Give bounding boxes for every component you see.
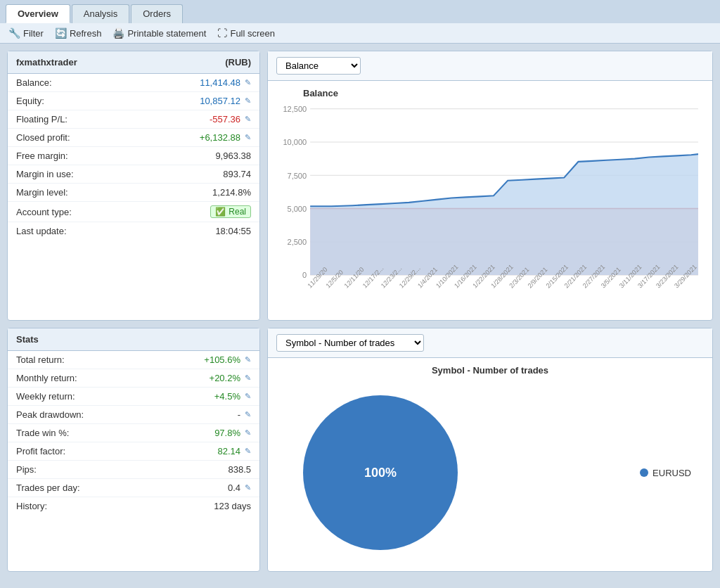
stats-panel: Stats Total return: +105.6% ✎ Monthly re… — [7, 328, 260, 572]
svg-text:5,000: 5,000 — [288, 204, 307, 212]
stats-header: Stats — [8, 328, 259, 351]
balance-chart-title: Balance — [275, 88, 705, 98]
edit-peakdrawdown-icon[interactable]: ✎ — [245, 410, 251, 419]
pie-legend: EURUSD — [640, 468, 691, 478]
account-row-equity: Equity: 10,857.12 ✎ — [8, 92, 259, 110]
account-rows: Balance: 11,414.48 ✎ Equity: 10,857.12 ✎ — [8, 74, 259, 240]
label-marginlevel: Margin level: — [16, 187, 68, 198]
value-cell-tradesperday: 0.4 ✎ — [228, 482, 251, 493]
printable-label: Printable statement — [127, 28, 206, 39]
svg-marker-14 — [310, 154, 698, 275]
tab-analysis[interactable]: Analysis — [72, 4, 129, 23]
value-cell-marginlevel: 1,214.8% — [212, 187, 251, 198]
balance-chart-select[interactable]: Balance Equity Drawdown — [276, 57, 361, 75]
filter-label: Filter — [23, 28, 44, 39]
print-icon: 🖨️ — [112, 27, 124, 39]
value-cell-freemargin: 9,963.38 — [215, 151, 251, 161]
label-accounttype: Account type: — [16, 207, 72, 217]
label-totalreturn: Total return: — [16, 354, 65, 365]
value-cell-peakdrawdown: - ✎ — [238, 409, 251, 420]
label-equity: Equity: — [16, 96, 44, 106]
value-totalreturn: +105.6% — [204, 354, 240, 365]
refresh-button[interactable]: 🔄 Refresh — [55, 27, 102, 39]
svg-text:100%: 100% — [364, 466, 397, 480]
stats-row-history: History: 123 days — [8, 497, 259, 515]
edit-equity-icon[interactable]: ✎ — [245, 96, 251, 106]
stats-rows: Total return: +105.6% ✎ Monthly return: … — [8, 351, 259, 515]
value-cell-floating: -557.36 ✎ — [210, 114, 251, 124]
account-username: fxmathxtrader — [16, 57, 77, 68]
real-badge: ✅ Real — [210, 205, 251, 218]
value-cell-weeklyreturn: +4.5% ✎ — [214, 391, 251, 402]
account-row-balance: Balance: 11,414.48 ✎ — [8, 74, 259, 92]
stats-row-monthlyreturn: Monthly return: +20.2% ✎ — [8, 369, 259, 388]
fullscreen-button[interactable]: ⛶ Full screen — [217, 27, 275, 39]
value-marginlevel: 1,214.8% — [212, 187, 251, 198]
svg-text:10,000: 10,000 — [283, 138, 307, 146]
refresh-icon: 🔄 — [55, 27, 67, 39]
balance-chart-svg: 12,500 10,000 7,500 5,000 2,500 0 — [275, 101, 705, 305]
value-pips: 838.5 — [228, 464, 251, 475]
value-cell-monthlyreturn: +20.2% ✎ — [210, 373, 251, 383]
label-tradewin: Trade win %: — [16, 428, 69, 438]
value-cell-lastupdate: 18:04:55 — [215, 226, 251, 236]
stats-row-totalreturn: Total return: +105.6% ✎ — [8, 351, 259, 369]
account-row-marginlevel: Margin level: 1,214.8% — [8, 184, 259, 202]
label-freemargin: Free margin: — [16, 151, 68, 161]
account-row-margininuse: Margin in use: 893.74 — [8, 165, 259, 184]
fullscreen-label: Full screen — [230, 28, 275, 39]
legend-label-eurusd: EURUSD — [652, 468, 691, 478]
value-cell-balance: 11,414.48 ✎ — [200, 77, 251, 88]
pie-chart-panel: Symbol - Number of trades Symbol - Volum… — [267, 328, 713, 572]
value-cell-accounttype: ✅ Real — [210, 205, 251, 218]
label-pips: Pips: — [16, 464, 37, 475]
edit-tradesperday-icon[interactable]: ✎ — [245, 483, 251, 492]
edit-balance-icon[interactable]: ✎ — [245, 78, 251, 87]
pie-area: Symbol - Number of trades 100% EURUSD — [268, 358, 712, 571]
value-cell-margininuse: 893.74 — [223, 169, 251, 179]
svg-text:0: 0 — [302, 271, 307, 279]
filter-button[interactable]: 🔧 Filter — [8, 27, 44, 39]
value-weeklyreturn: +4.5% — [214, 391, 240, 402]
account-row-accounttype: Account type: ✅ Real — [8, 202, 259, 222]
balance-chart-panel: Balance Equity Drawdown Balance 12,500 — [267, 51, 713, 321]
edit-closed-icon[interactable]: ✎ — [245, 133, 251, 142]
edit-monthlyreturn-icon[interactable]: ✎ — [245, 373, 251, 383]
label-closed: Closed profit: — [16, 132, 70, 143]
value-equity: 10,857.12 — [200, 96, 240, 106]
label-profitfactor: Profit factor: — [16, 446, 65, 456]
tab-overview[interactable]: Overview — [6, 4, 70, 23]
edit-floating-icon[interactable]: ✎ — [245, 115, 251, 124]
edit-weeklyreturn-icon[interactable]: ✎ — [245, 392, 251, 401]
pie-chart-title: Symbol - Number of trades — [275, 365, 705, 376]
value-peakdrawdown: - — [238, 409, 240, 420]
svg-text:12,500: 12,500 — [283, 105, 307, 113]
tab-orders[interactable]: Orders — [131, 4, 183, 23]
stats-row-peakdrawdown: Peak drawdown: - ✎ — [8, 406, 259, 424]
printable-button[interactable]: 🖨️ Printable statement — [112, 27, 206, 39]
value-floating: -557.36 — [210, 114, 240, 124]
stats-row-weeklyreturn: Weekly return: +4.5% ✎ — [8, 388, 259, 406]
stats-row-tradesperday: Trades per day: 0.4 ✎ — [8, 479, 259, 497]
filter-icon: 🔧 — [8, 27, 20, 39]
edit-totalreturn-icon[interactable]: ✎ — [245, 355, 251, 364]
value-tradewin: 97.8% — [214, 428, 240, 438]
edit-profitfactor-icon[interactable]: ✎ — [245, 447, 251, 456]
svg-text:2,500: 2,500 — [288, 238, 307, 246]
main-content: fxmathxtrader (RUB) Balance: 11,414.48 ✎… — [0, 44, 720, 579]
label-weeklyreturn: Weekly return: — [16, 391, 75, 402]
account-row-closed: Closed profit: +6,132.88 ✎ — [8, 129, 259, 147]
pie-svg: 100% — [289, 381, 472, 564]
pie-chart-select[interactable]: Symbol - Number of trades Symbol - Volum… — [276, 334, 424, 352]
toolbar: 🔧 Filter 🔄 Refresh 🖨️ Printable statemen… — [0, 23, 720, 44]
edit-tradewin-icon[interactable]: ✎ — [245, 428, 251, 437]
value-margininuse: 893.74 — [223, 169, 251, 179]
value-cell-tradewin: 97.8% ✎ — [214, 428, 251, 438]
label-tradesperday: Trades per day: — [16, 482, 80, 493]
chart-toolbar: Balance Equity Drawdown — [268, 51, 712, 81]
value-tradesperday: 0.4 — [228, 482, 240, 493]
value-cell-pips: 838.5 — [228, 464, 251, 475]
value-cell-profitfactor: 82.14 ✎ — [217, 446, 251, 456]
account-header: fxmathxtrader (RUB) — [8, 51, 259, 74]
value-cell-equity: 10,857.12 ✎ — [200, 96, 251, 106]
